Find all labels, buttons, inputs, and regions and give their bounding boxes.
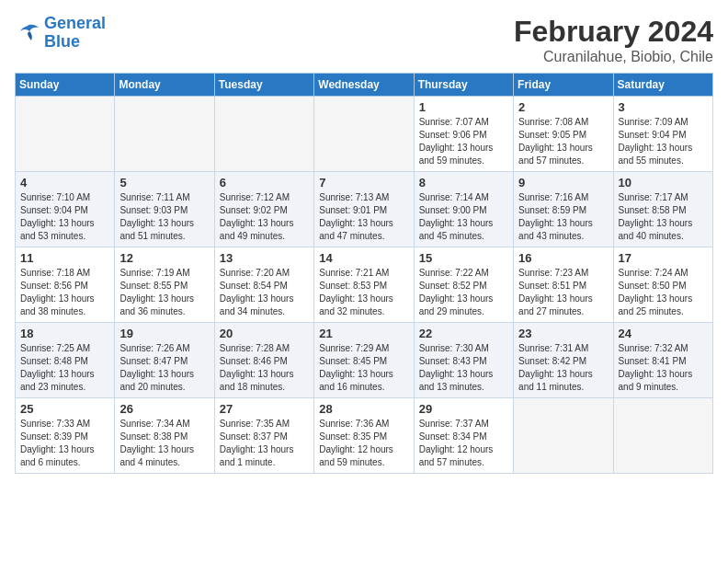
- day-number: 22: [419, 327, 508, 340]
- day-number: 7: [319, 176, 408, 190]
- day-info: Sunrise: 7:08 AM Sunset: 9:05 PM Dayligh…: [518, 116, 608, 167]
- day-number: 8: [419, 176, 508, 190]
- calendar-cell: 17Sunrise: 7:24 AM Sunset: 8:50 PM Dayli…: [613, 247, 712, 323]
- day-info: Sunrise: 7:20 AM Sunset: 8:54 PM Dayligh…: [220, 267, 309, 318]
- day-info: Sunrise: 7:31 AM Sunset: 8:42 PM Dayligh…: [518, 342, 608, 394]
- calendar-cell: 26Sunrise: 7:34 AM Sunset: 8:38 PM Dayli…: [115, 398, 214, 474]
- column-header-sunday: Sunday: [16, 74, 115, 97]
- calendar-cell: 14Sunrise: 7:21 AM Sunset: 8:53 PM Dayli…: [314, 247, 414, 323]
- day-number: 15: [419, 251, 508, 265]
- day-info: Sunrise: 7:09 AM Sunset: 9:04 PM Dayligh…: [619, 116, 708, 167]
- day-info: Sunrise: 7:18 AM Sunset: 8:56 PM Dayligh…: [20, 267, 109, 318]
- day-number: 4: [20, 176, 109, 190]
- page-header: General Blue February 2024 Curanilahue, …: [15, 15, 713, 65]
- calendar-cell: 21Sunrise: 7:29 AM Sunset: 8:45 PM Dayli…: [314, 323, 414, 398]
- day-info: Sunrise: 7:34 AM Sunset: 8:38 PM Dayligh…: [119, 418, 209, 469]
- page-subtitle: Curanilahue, Biobio, Chile: [514, 49, 713, 65]
- day-number: 6: [220, 176, 309, 190]
- calendar-cell: 15Sunrise: 7:22 AM Sunset: 8:52 PM Dayli…: [414, 247, 513, 323]
- calendar-cell: 25Sunrise: 7:33 AM Sunset: 8:39 PM Dayli…: [16, 398, 115, 474]
- logo-icon: [15, 22, 40, 44]
- calendar-cell: [16, 97, 115, 172]
- calendar-cell: 27Sunrise: 7:35 AM Sunset: 8:37 PM Dayli…: [214, 398, 313, 474]
- day-info: Sunrise: 7:36 AM Sunset: 8:35 PM Dayligh…: [319, 418, 408, 469]
- calendar-header-row: SundayMondayTuesdayWednesdayThursdayFrid…: [16, 74, 713, 97]
- day-info: Sunrise: 7:33 AM Sunset: 8:39 PM Dayligh…: [20, 418, 109, 469]
- day-number: 2: [518, 100, 608, 114]
- calendar-cell: 18Sunrise: 7:25 AM Sunset: 8:48 PM Dayli…: [16, 323, 115, 398]
- day-number: 19: [119, 327, 209, 340]
- day-info: Sunrise: 7:23 AM Sunset: 8:51 PM Dayligh…: [518, 267, 608, 318]
- day-info: Sunrise: 7:28 AM Sunset: 8:46 PM Dayligh…: [220, 342, 309, 394]
- calendar-cell: 1Sunrise: 7:07 AM Sunset: 9:06 PM Daylig…: [414, 97, 513, 172]
- day-info: Sunrise: 7:12 AM Sunset: 9:02 PM Dayligh…: [220, 191, 309, 243]
- day-number: 9: [518, 176, 608, 190]
- column-header-tuesday: Tuesday: [214, 74, 313, 97]
- day-number: 17: [619, 251, 708, 265]
- day-info: Sunrise: 7:14 AM Sunset: 9:00 PM Dayligh…: [419, 191, 508, 243]
- day-info: Sunrise: 7:16 AM Sunset: 8:59 PM Dayligh…: [518, 191, 608, 243]
- column-header-wednesday: Wednesday: [314, 74, 414, 97]
- calendar-week-row: 4Sunrise: 7:10 AM Sunset: 9:04 PM Daylig…: [16, 172, 713, 247]
- day-info: Sunrise: 7:26 AM Sunset: 8:47 PM Dayligh…: [119, 342, 209, 394]
- column-header-thursday: Thursday: [414, 74, 513, 97]
- day-number: 5: [119, 176, 209, 190]
- day-info: Sunrise: 7:29 AM Sunset: 8:45 PM Dayligh…: [319, 342, 408, 394]
- title-block: February 2024 Curanilahue, Biobio, Chile: [514, 15, 713, 65]
- day-number: 16: [518, 251, 608, 265]
- day-info: Sunrise: 7:10 AM Sunset: 9:04 PM Dayligh…: [20, 191, 109, 243]
- day-info: Sunrise: 7:07 AM Sunset: 9:06 PM Dayligh…: [419, 116, 508, 167]
- day-number: 1: [419, 100, 508, 114]
- day-number: 26: [119, 402, 209, 416]
- calendar-cell: 10Sunrise: 7:17 AM Sunset: 8:58 PM Dayli…: [613, 172, 712, 247]
- day-number: 10: [619, 176, 708, 190]
- calendar-cell: 6Sunrise: 7:12 AM Sunset: 9:02 PM Daylig…: [214, 172, 313, 247]
- logo: General Blue: [15, 15, 106, 52]
- calendar-cell: 12Sunrise: 7:19 AM Sunset: 8:55 PM Dayli…: [115, 247, 214, 323]
- calendar-cell: 5Sunrise: 7:11 AM Sunset: 9:03 PM Daylig…: [115, 172, 214, 247]
- day-info: Sunrise: 7:32 AM Sunset: 8:41 PM Dayligh…: [619, 342, 708, 394]
- calendar-cell: 22Sunrise: 7:30 AM Sunset: 8:43 PM Dayli…: [414, 323, 513, 398]
- calendar-cell: 7Sunrise: 7:13 AM Sunset: 9:01 PM Daylig…: [314, 172, 414, 247]
- day-info: Sunrise: 7:22 AM Sunset: 8:52 PM Dayligh…: [419, 267, 508, 318]
- calendar-cell: 24Sunrise: 7:32 AM Sunset: 8:41 PM Dayli…: [613, 323, 712, 398]
- calendar-cell: 16Sunrise: 7:23 AM Sunset: 8:51 PM Dayli…: [514, 247, 613, 323]
- day-info: Sunrise: 7:37 AM Sunset: 8:34 PM Dayligh…: [419, 418, 508, 469]
- column-header-monday: Monday: [115, 74, 214, 97]
- day-number: 21: [319, 327, 408, 340]
- column-header-saturday: Saturday: [613, 74, 712, 97]
- day-info: Sunrise: 7:35 AM Sunset: 8:37 PM Dayligh…: [220, 418, 309, 469]
- calendar-cell: [613, 398, 712, 474]
- calendar-cell: 2Sunrise: 7:08 AM Sunset: 9:05 PM Daylig…: [514, 97, 613, 172]
- calendar-cell: 19Sunrise: 7:26 AM Sunset: 8:47 PM Dayli…: [115, 323, 214, 398]
- day-info: Sunrise: 7:24 AM Sunset: 8:50 PM Dayligh…: [619, 267, 708, 318]
- calendar-cell: 4Sunrise: 7:10 AM Sunset: 9:04 PM Daylig…: [16, 172, 115, 247]
- day-info: Sunrise: 7:11 AM Sunset: 9:03 PM Dayligh…: [119, 191, 209, 243]
- calendar-cell: 29Sunrise: 7:37 AM Sunset: 8:34 PM Dayli…: [414, 398, 513, 474]
- day-number: 3: [619, 100, 708, 114]
- day-info: Sunrise: 7:21 AM Sunset: 8:53 PM Dayligh…: [319, 267, 408, 318]
- calendar-cell: [314, 97, 414, 172]
- day-info: Sunrise: 7:19 AM Sunset: 8:55 PM Dayligh…: [119, 267, 209, 318]
- calendar-cell: 3Sunrise: 7:09 AM Sunset: 9:04 PM Daylig…: [613, 97, 712, 172]
- day-number: 18: [20, 327, 109, 340]
- day-info: Sunrise: 7:17 AM Sunset: 8:58 PM Dayligh…: [619, 191, 708, 243]
- calendar-cell: 8Sunrise: 7:14 AM Sunset: 9:00 PM Daylig…: [414, 172, 513, 247]
- calendar-cell: 13Sunrise: 7:20 AM Sunset: 8:54 PM Dayli…: [214, 247, 313, 323]
- calendar-cell: 20Sunrise: 7:28 AM Sunset: 8:46 PM Dayli…: [214, 323, 313, 398]
- day-number: 25: [20, 402, 109, 416]
- calendar-cell: 11Sunrise: 7:18 AM Sunset: 8:56 PM Dayli…: [16, 247, 115, 323]
- calendar-table: SundayMondayTuesdayWednesdayThursdayFrid…: [15, 73, 713, 474]
- day-number: 11: [20, 251, 109, 265]
- logo-text: General Blue: [44, 15, 106, 52]
- day-number: 12: [119, 251, 209, 265]
- day-number: 28: [319, 402, 408, 416]
- page-title: February 2024: [514, 15, 713, 49]
- calendar-cell: 23Sunrise: 7:31 AM Sunset: 8:42 PM Dayli…: [514, 323, 613, 398]
- day-number: 14: [319, 251, 408, 265]
- day-number: 20: [220, 327, 309, 340]
- day-info: Sunrise: 7:25 AM Sunset: 8:48 PM Dayligh…: [20, 342, 109, 394]
- day-info: Sunrise: 7:13 AM Sunset: 9:01 PM Dayligh…: [319, 191, 408, 243]
- calendar-cell: [115, 97, 214, 172]
- calendar-week-row: 11Sunrise: 7:18 AM Sunset: 8:56 PM Dayli…: [16, 247, 713, 323]
